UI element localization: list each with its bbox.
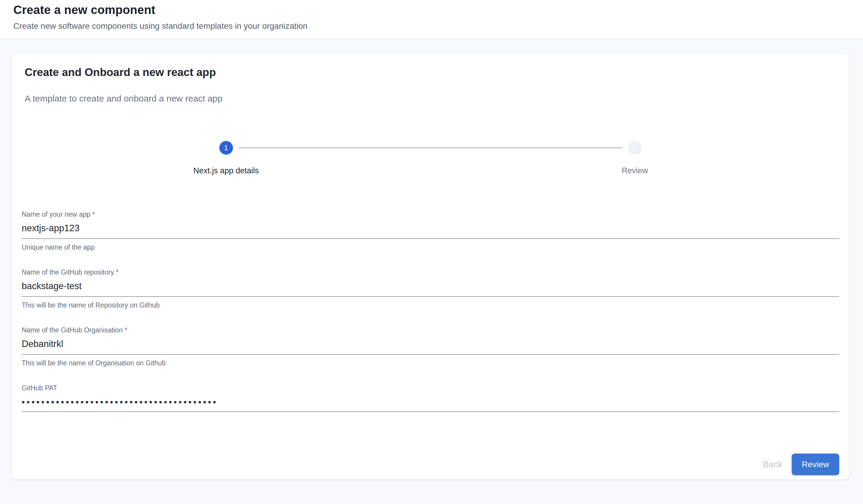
stepper-connector-line <box>239 147 623 148</box>
field-github-organisation: Name of the GitHub Organisation * This w… <box>22 326 839 367</box>
step-1-icon: 1 <box>219 141 233 155</box>
github-repository-label: Name of the GitHub repository * <box>22 268 839 277</box>
back-button[interactable]: Back <box>754 455 791 474</box>
field-github-repository: Name of the GitHub repository * This wil… <box>22 268 839 310</box>
app-name-helper: Unique name of the app <box>22 243 839 252</box>
app-name-label: Name of your new app * <box>22 210 839 219</box>
app-name-input[interactable] <box>22 219 839 239</box>
page-header: Create a new component Create new softwa… <box>0 0 863 39</box>
template-description: A template to create and onboard a new r… <box>25 93 839 104</box>
github-repository-input[interactable] <box>22 277 839 297</box>
github-repository-helper: This will be the name of Repository on G… <box>22 301 839 310</box>
github-organisation-input[interactable] <box>22 335 839 355</box>
template-wizard-card: Create and Onboard a new react app A tem… <box>12 54 849 479</box>
step-nextjs-app-details: 1 Next.js app details <box>22 141 430 176</box>
github-pat-input[interactable] <box>22 392 839 412</box>
field-app-name: Name of your new app * Unique name of th… <box>22 210 839 252</box>
step-review: 2 Review <box>430 141 839 176</box>
main-content: Create and Onboard a new react app A tem… <box>0 39 863 479</box>
step-2-label: Review <box>622 166 648 176</box>
page-title: Create a new component <box>13 2 850 18</box>
wizard-actions: Back Review <box>22 454 839 475</box>
field-github-pat: GitHub PAT <box>22 384 839 412</box>
step-1-label: Next.js app details <box>193 166 259 176</box>
app-details-form: Name of your new app * Unique name of th… <box>22 210 839 412</box>
review-button[interactable]: Review <box>792 454 839 475</box>
github-organisation-helper: This will be the name of Organisation on… <box>22 359 839 367</box>
github-organisation-label: Name of the GitHub Organisation * <box>22 326 839 335</box>
wizard-stepper: 1 Next.js app details 2 Review <box>22 141 839 176</box>
page-subtitle: Create new software components using sta… <box>13 21 850 31</box>
step-2-icon: 2 <box>628 141 642 155</box>
github-pat-label: GitHub PAT <box>22 384 839 392</box>
template-title: Create and Onboard a new react app <box>25 66 839 79</box>
